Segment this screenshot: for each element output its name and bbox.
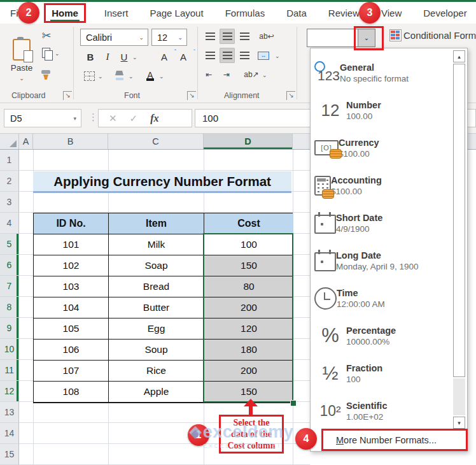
cell-B9[interactable]: 105 (34, 318, 109, 340)
tab-page-layout[interactable]: Page Layout (148, 5, 204, 21)
grow-font-button[interactable]: A ˆ (157, 49, 172, 64)
scroll-down-button[interactable]: ▾ (453, 417, 465, 429)
tab-home[interactable]: Home (46, 5, 84, 21)
insert-function-button[interactable]: fx (150, 113, 158, 124)
row-header-11[interactable]: 11 (0, 360, 19, 381)
row-header-14[interactable]: 14 (0, 423, 19, 444)
font-name-combobox[interactable]: Calibri ⌄ (80, 29, 148, 46)
format-option-currency[interactable]: Currency$100.00 (314, 129, 440, 166)
bold-button[interactable]: B (83, 49, 98, 64)
more-number-formats-item[interactable]: More Number Formats... (313, 430, 465, 450)
increase-indent-button[interactable]: ⇥ (219, 67, 234, 82)
align-top-button[interactable] (202, 29, 218, 44)
cell-D9[interactable]: 120 (204, 318, 293, 340)
cancel-button[interactable]: ✕ (109, 113, 117, 124)
cell-D11[interactable]: 200 (204, 361, 293, 382)
row-header-1[interactable]: 1 (0, 150, 19, 171)
table-header-item[interactable]: Item (109, 213, 204, 234)
row-header-12[interactable]: 12 (0, 381, 19, 402)
fill-color-button[interactable] (112, 68, 127, 83)
row-header-3[interactable]: 3 (0, 192, 19, 213)
format-option-short-date[interactable]: Short Date4/9/1900 (314, 204, 440, 241)
format-option-accounting[interactable]: Accounting$100.00 (314, 167, 440, 204)
align-right-button[interactable] (237, 48, 252, 63)
cell-D7[interactable]: 80 (204, 276, 293, 297)
cell-B11[interactable]: 107 (34, 361, 109, 382)
font-size-combobox[interactable]: 12 ⌄ (151, 29, 187, 46)
row-header-9[interactable]: 9 (0, 318, 19, 339)
cell-C12[interactable]: Apple (109, 382, 204, 403)
name-box[interactable]: D5 ▾ (4, 109, 81, 127)
scrollbar-thumb[interactable] (453, 64, 465, 377)
row-header-7[interactable]: 7 (0, 276, 19, 297)
column-header-d[interactable]: D (204, 134, 293, 149)
italic-button[interactable]: I (100, 49, 115, 64)
font-color-button[interactable]: A (143, 68, 158, 83)
cell-D5[interactable]: 100 (204, 234, 293, 255)
cell-D8[interactable]: 200 (204, 297, 293, 318)
row-header-15[interactable]: 15 (0, 444, 19, 465)
cell-C9[interactable]: Egg (109, 318, 204, 340)
tab-developer[interactable]: Developer (422, 5, 468, 21)
table-header-id-no[interactable]: ID No. (34, 213, 109, 234)
chevron-down-icon[interactable]: ⌄ (98, 73, 103, 80)
row-header-8[interactable]: 8 (0, 297, 19, 318)
cell-B5[interactable]: 101 (34, 234, 109, 255)
conditional-formatting-button[interactable]: Conditional Form (403, 30, 476, 41)
paste-button[interactable]: Paste ⌄ (5, 27, 38, 92)
cell-C7[interactable]: Bread (109, 276, 204, 297)
decrease-indent-button[interactable]: ⇤ (201, 67, 216, 82)
cell-C11[interactable]: Rice (109, 361, 204, 382)
orientation-button[interactable]: ab↗ (242, 67, 261, 82)
cell-C5[interactable]: Milk (109, 234, 204, 255)
cell-B12[interactable]: 108 (34, 382, 109, 403)
format-option-percentage[interactable]: Percentage10000.00% (314, 317, 440, 354)
format-option-general[interactable]: GeneralNo specific format (314, 54, 440, 91)
chevron-down-icon[interactable]: ⌄ (132, 54, 137, 61)
alignment-dialog-launcher[interactable]: ↘ (286, 91, 295, 100)
tab-insert[interactable]: Insert (103, 5, 130, 21)
format-option-scientific[interactable]: Scientific1.00E+02 (314, 392, 440, 429)
row-header-5[interactable]: 5 (0, 234, 19, 255)
scroll-up-button[interactable]: ▴ (453, 50, 465, 62)
cell-B7[interactable]: 103 (34, 276, 109, 297)
chevron-down-icon[interactable]: ⌄ (262, 72, 267, 78)
tab-view[interactable]: View (380, 5, 403, 21)
copy-button[interactable] (42, 48, 50, 58)
borders-button[interactable] (81, 68, 97, 83)
tab-review[interactable]: Review (327, 5, 361, 21)
chevron-down-icon[interactable]: ⌄ (55, 50, 60, 57)
tab-formulas[interactable]: Formulas (224, 5, 267, 21)
fill-handle[interactable] (290, 400, 297, 406)
merge-center-button[interactable]: ↔ (256, 48, 271, 63)
column-header-a[interactable]: A (19, 134, 33, 149)
chevron-down-icon[interactable]: ⌄ (129, 73, 134, 80)
number-format-dropdown-arrow[interactable]: ⌄ (358, 29, 375, 46)
row-header-6[interactable]: 6 (0, 255, 19, 276)
shrink-font-button[interactable]: A ˇ (176, 49, 191, 64)
tab-data[interactable]: Data (285, 5, 308, 21)
sheet-title-cell[interactable]: Applying Currency Number Format (33, 171, 291, 193)
row-header-13[interactable]: 13 (0, 402, 19, 423)
format-option-long-date[interactable]: Long DateMonday, April 9, 1900 (314, 242, 440, 279)
font-dialog-launcher[interactable]: ↘ (187, 91, 196, 100)
cell-D10[interactable]: 180 (204, 340, 293, 361)
cell-B6[interactable]: 102 (34, 255, 109, 276)
number-format-combobox[interactable]: ⌄ (307, 29, 375, 47)
row-header-10[interactable]: 10 (0, 339, 19, 360)
cell-C6[interactable]: Soap (109, 255, 204, 276)
scrollbar-track[interactable] (453, 378, 465, 415)
select-all-button[interactable] (0, 134, 19, 149)
cell-C8[interactable]: Butter (109, 297, 204, 318)
table-header-cost[interactable]: Cost (204, 213, 293, 234)
format-option-number[interactable]: Number100.00 (314, 92, 440, 129)
align-bottom-button[interactable] (237, 29, 252, 44)
cut-button[interactable]: ✂ (39, 29, 53, 43)
align-middle-button[interactable] (220, 29, 235, 44)
wrap-text-button[interactable]: ab↩ (257, 29, 276, 44)
cell-B10[interactable]: 106 (34, 340, 109, 361)
row-header-2[interactable]: 2 (0, 171, 19, 192)
clipboard-dialog-launcher[interactable]: ↘ (63, 91, 72, 100)
format-option-fraction[interactable]: Fraction100 (314, 355, 440, 392)
enter-button[interactable]: ✓ (130, 113, 138, 124)
